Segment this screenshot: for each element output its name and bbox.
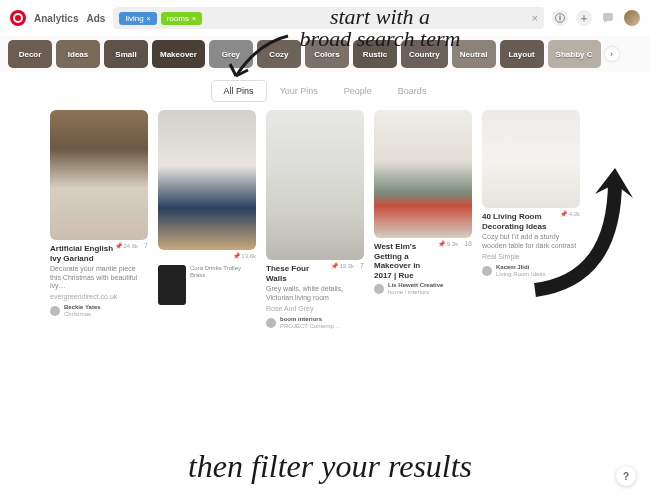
pin-grid: Artificial English Ivy Garland📌 24.6k7De…: [0, 106, 650, 333]
user-avatar[interactable]: [624, 10, 640, 26]
pin-description: Grey walls, white details, Victorian liv…: [266, 285, 364, 302]
tab-all-pins[interactable]: All Pins: [211, 80, 267, 102]
filter-bar: DecorIdeasSmallMakeoverGreyCozyColorsRus…: [0, 36, 650, 72]
annotation-bottom: then filter your results: [90, 450, 570, 482]
pin-stats: 📌 13.3k7: [331, 262, 364, 269]
pin-stats: 📌 13.6k: [233, 252, 256, 259]
pin-card[interactable]: Artificial English Ivy Garland📌 24.6k7De…: [50, 110, 148, 318]
filter-chip-ideas[interactable]: Ideas: [56, 40, 100, 68]
pin-title: 40 Living Room Decorating Ideas: [482, 212, 560, 231]
pin-author[interactable]: Lis Hewett Creativehome / interiors: [374, 282, 472, 295]
filter-chip-shabby[interactable]: Shabby C: [548, 40, 601, 68]
tab-your-pins[interactable]: Your Pins: [267, 80, 331, 102]
author-name: Kacem Jlidi: [496, 264, 546, 271]
tab-people[interactable]: People: [331, 80, 385, 102]
nav-ads[interactable]: Ads: [86, 13, 105, 24]
pin-title: These Four Walls: [266, 264, 331, 283]
filter-chip-small[interactable]: Small: [104, 40, 148, 68]
messages-icon[interactable]: [600, 10, 616, 26]
pin-description: Cozy but I'd add a sturdy wooden table f…: [482, 233, 580, 250]
header: Analytics Ads living× rooms× × +: [0, 0, 650, 36]
filter-chip-decor[interactable]: Decor: [8, 40, 52, 68]
chevron-right-icon[interactable]: ›: [605, 47, 619, 61]
clear-search-icon[interactable]: ×: [532, 12, 538, 24]
pin-source: evergreendirect.co.uk: [50, 293, 148, 300]
filter-chip-colors[interactable]: Colors: [305, 40, 349, 68]
author-name: Beckie Yates: [64, 304, 101, 311]
pin-stats: 📌 4.2k: [560, 210, 580, 217]
author-avatar: [374, 284, 384, 294]
author-board: home / interiors: [388, 289, 443, 296]
remove-tag-icon[interactable]: ×: [192, 15, 196, 22]
product-image: [158, 265, 186, 305]
product-chip[interactable]: Cora Drinks TrolleyBrass: [158, 265, 256, 305]
tab-boards[interactable]: Boards: [385, 80, 440, 102]
search-input[interactable]: living× rooms× ×: [113, 7, 544, 29]
help-button[interactable]: ?: [616, 466, 636, 486]
pin-author[interactable]: Beckie YatesChristmas: [50, 304, 148, 317]
filter-chip-grey[interactable]: Grey: [209, 40, 253, 68]
filter-chip-layout[interactable]: Layout: [500, 40, 544, 68]
search-tag-rooms[interactable]: rooms×: [161, 12, 202, 25]
filter-chip-country[interactable]: Country: [401, 40, 448, 68]
remove-tag-icon[interactable]: ×: [147, 15, 151, 22]
search-tag-living[interactable]: living×: [119, 12, 156, 25]
pin-source: Rose And Grey: [266, 305, 364, 312]
author-avatar: [482, 266, 492, 276]
pin-author[interactable]: boom interiorsPROJECT Contemp…: [266, 316, 364, 329]
filter-chip-makeover[interactable]: Makeover: [152, 40, 205, 68]
pin-author[interactable]: Kacem JlidiLiving Room Ideas: [482, 264, 580, 277]
result-tabs: All Pins Your Pins People Boards: [0, 72, 650, 106]
pin-card[interactable]: West Elm's Getting a Makeover in 2017 | …: [374, 110, 472, 296]
explore-icon[interactable]: [552, 10, 568, 26]
author-board: Living Room Ideas: [496, 271, 546, 278]
filter-chip-cozy[interactable]: Cozy: [257, 40, 301, 68]
author-avatar: [50, 306, 60, 316]
pin-stats: 📌 24.6k7: [115, 242, 148, 249]
pinterest-logo-icon[interactable]: [10, 10, 26, 26]
author-name: boom interiors: [280, 316, 340, 323]
filter-chip-rustic[interactable]: Rustic: [353, 40, 397, 68]
pin-thumbnail[interactable]: [266, 110, 364, 260]
pin-title: Artificial English Ivy Garland: [50, 244, 115, 263]
pin-card[interactable]: These Four Walls📌 13.3k7Grey walls, whit…: [266, 110, 364, 329]
pin-card[interactable]: 40 Living Room Decorating Ideas📌 4.2kCoz…: [482, 110, 580, 277]
author-name: Lis Hewett Creative: [388, 282, 443, 289]
pin-thumbnail[interactable]: [482, 110, 580, 208]
product-meta: Cora Drinks TrolleyBrass: [190, 265, 241, 305]
filter-chip-neutral[interactable]: Neutral: [452, 40, 496, 68]
add-icon[interactable]: +: [576, 10, 592, 26]
pin-thumbnail[interactable]: [50, 110, 148, 240]
pin-thumbnail[interactable]: [374, 110, 472, 238]
pin-thumbnail[interactable]: [158, 110, 256, 250]
author-board: PROJECT Contemp…: [280, 323, 340, 330]
pin-description: Decorate your mantle piece this Christma…: [50, 265, 148, 290]
author-board: Christmas: [64, 311, 101, 318]
pin-card[interactable]: 📌 13.6kCora Drinks TrolleyBrass: [158, 110, 256, 305]
pin-stats: 📌 9.3k18: [438, 240, 472, 247]
nav-analytics[interactable]: Analytics: [34, 13, 78, 24]
pin-title: West Elm's Getting a Makeover in 2017 | …: [374, 242, 438, 280]
author-avatar: [266, 318, 276, 328]
pin-source: Real Simple: [482, 253, 580, 260]
